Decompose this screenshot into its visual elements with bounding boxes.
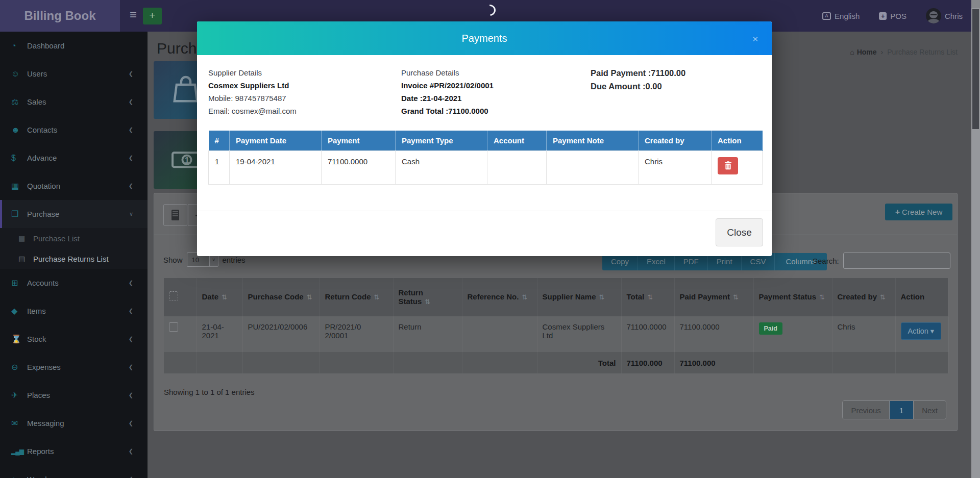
sidebar-item-messaging[interactable]: ✉ Messaging ❮ [0,409,148,437]
sidebar-item-quotation[interactable]: ▦ Quotation ❮ [0,172,148,200]
sidebar-item-sales[interactable]: ⚖ Sales ❮ [0,88,148,116]
delete-payment-button[interactable] [718,157,738,174]
home-icon: ⌂ [850,48,854,56]
col-date[interactable]: Date⇅ [197,278,242,316]
page-scrollbar[interactable] [971,0,980,478]
payment-summary-block: Paid Payment :71100.00 Due Amount :0.00 [591,66,685,93]
language-menu[interactable]: A English [822,12,860,20]
supplier-details-block: Supplier Details Cosmex Suppliers Ltd Mo… [208,66,297,117]
sidebar-item-purchase-list[interactable]: ▤ Purchase List [0,228,148,248]
table-row: 21-04-2021 PU/2021/02/0006 PR/2021/02/00… [164,316,948,352]
cell-purchase-code: PU/2021/02/0006 [242,316,320,352]
table-header-row: Date⇅ Purchase Code⇅ Return Code⇅ Return… [164,278,948,316]
col-return-status[interactable]: Return Status⇅ [393,278,462,316]
supplier-email: Email: cosmex@mail.com [208,105,297,117]
hamburger-icon: ≡ [130,8,137,21]
row-checkbox[interactable] [169,322,178,332]
pay-cell-action [712,150,763,184]
hourglass-icon: ⌛ [11,334,27,344]
col-created-by[interactable]: Created by⇅ [832,278,895,316]
sidebar-item-warehouse[interactable]: ⌂ Warehouse ❮ [0,465,148,478]
user-name: Chris [945,12,963,20]
col-return-code[interactable]: Return Code⇅ [320,278,393,316]
supplier-mobile: Mobile: 987457875487 [208,92,297,105]
page-number-button[interactable]: 1 [890,401,914,419]
chevron-left-icon: ❮ [129,70,133,77]
sidebar: ◔ Dashboard ☺ Users ❮ ⚖ Sales ❮ ☻ Contac… [0,32,148,478]
chevron-left-icon: ❮ [129,392,133,398]
col-supplier-name[interactable]: Supplier Name⇅ [537,278,621,316]
envelope-icon: ✉ [11,418,27,428]
sidebar-item-expenses[interactable]: ⊖ Expenses ❮ [0,353,148,381]
entries-label: entries [223,256,246,264]
svg-text:1: 1 [185,156,189,165]
due-amount-text: Due Amount :0.00 [591,80,685,93]
select-all-checkbox[interactable] [169,291,178,300]
purchase-submenu: ▤ Purchase List ▤ Purchase Returns List [0,228,148,269]
list-icon: ▤ [18,234,33,242]
sidebar-item-purchase-returns-list[interactable]: ▤ Purchase Returns List [0,248,148,269]
pay-col-account: Account [487,131,547,150]
pay-col-num: # [209,131,230,150]
status-badge: Paid [759,322,782,335]
dollar-icon: $ [11,154,27,163]
trash-icon [724,161,732,170]
sort-icon: ⇅ [819,293,825,301]
breadcrumb-home[interactable]: ⌂ Home [850,48,876,56]
sidebar-item-stock[interactable]: ⌛ Stock ❮ [0,325,148,353]
pay-col-payment: Payment [322,131,396,150]
invoice-number: Invoice #PR/2021/02/0001 [401,79,494,92]
scrollbar-thumb[interactable] [972,9,979,129]
col-purchase-code[interactable]: Purchase Code⇅ [242,278,320,316]
sort-icon: ⇅ [733,293,739,301]
menu-toggle-button[interactable]: ≡ [125,0,142,32]
row-action-dropdown-button[interactable]: Action ▾ [901,322,942,340]
cubes-icon: ◆ [11,306,27,316]
cell-created-by: Chris [832,316,895,352]
barcode-tool-button[interactable] [163,204,187,226]
col-total[interactable]: Total⇅ [621,278,674,316]
pay-col-action: Action [712,131,763,150]
close-button[interactable]: Close [716,218,763,246]
sidebar-item-accounts[interactable]: ⊞ Accounts ❮ [0,269,148,297]
sort-icon: ⇅ [880,293,886,301]
cell-return-code: PR/2021/02/0001 [320,316,393,352]
modal-close-icon[interactable]: ✕ [752,35,758,44]
col-payment-status[interactable]: Payment Status⇅ [753,278,832,316]
search-input[interactable] [843,253,950,269]
user-menu[interactable]: Chris [926,8,963,23]
select-all-header[interactable] [164,278,197,316]
sidebar-item-users[interactable]: ☺ Users ❮ [0,60,148,88]
breadcrumb: ⌂ Home › Purchase Returns List [850,48,958,56]
sidebar-item-advance[interactable]: $ Advance ❮ [0,144,148,172]
footer-total-label: Total [537,352,621,373]
chevron-left-icon: ❮ [129,127,133,133]
sidebar-item-contacts[interactable]: ☻ Contacts ❮ [0,116,148,144]
sidebar-item-items[interactable]: ◆ Items ❮ [0,297,148,325]
app-logo[interactable]: Billing Book [0,0,120,32]
quick-add-button[interactable]: + [143,8,162,24]
supplier-details-heading: Supplier Details [208,66,297,79]
pagination: Previous 1 Next [842,400,946,419]
pos-button[interactable]: + POS [879,12,906,20]
cell-return-status: Return [393,316,462,352]
next-page-button[interactable]: Next [914,401,946,419]
breadcrumb-current: Purchase Returns List [887,48,958,56]
chevron-left-icon: ❮ [129,420,133,426]
supplier-name: Cosmex Suppliers Ltd [208,79,297,92]
plus-icon: + [895,208,900,216]
create-new-button[interactable]: +Create New [885,204,952,220]
scroll-up-button[interactable] [971,0,980,8]
sidebar-item-places[interactable]: ✈ Places ❮ [0,381,148,409]
sidebar-item-reports[interactable]: ▂▄▆ Reports ❮ [0,437,148,465]
sidebar-item-purchase[interactable]: ❒ Purchase ∨ [0,200,148,228]
sidebar-item-dashboard[interactable]: ◔ Dashboard [0,32,148,60]
paper-plane-icon: ✈ [11,390,27,400]
previous-page-button[interactable]: Previous [843,401,889,419]
col-reference-no[interactable]: Reference No.⇅ [462,278,537,316]
calculator-icon [172,210,179,220]
col-paid-payment[interactable]: Paid Payment⇅ [674,278,753,316]
chevron-left-icon: ❮ [129,308,133,314]
user-avatar [926,8,941,23]
payments-table: # Payment Date Payment Payment Type Acco… [208,131,763,185]
